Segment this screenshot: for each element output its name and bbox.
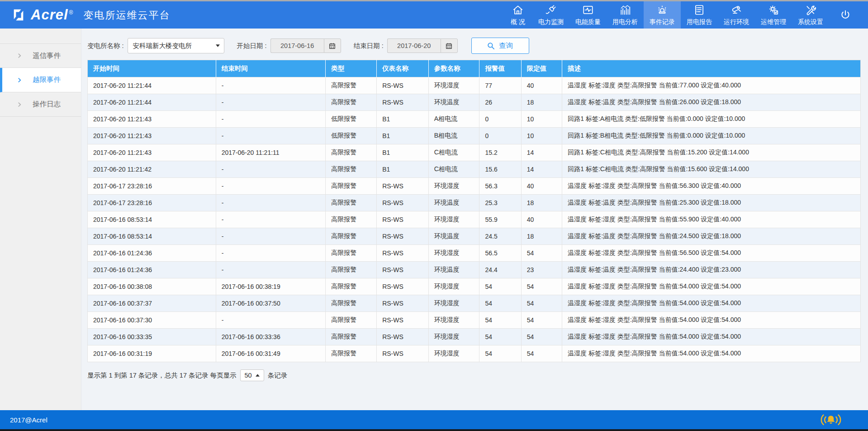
nav-item-usage-analysis[interactable]: 用电分析 bbox=[607, 1, 644, 29]
app-header: Acrel® 变电所运维云平台 概 况电力监测电能质量用电分析事件记录用电报告运… bbox=[0, 1, 868, 29]
cell-limit-value: 18 bbox=[521, 195, 562, 211]
cell-end-time: 2017-06-16 00:31:49 bbox=[216, 345, 326, 362]
cell-end-time: 2017-06-20 11:21:11 bbox=[216, 144, 326, 161]
cell-alarm-value: 0 bbox=[479, 111, 521, 128]
cell-type: 高限报警 bbox=[326, 278, 377, 295]
footer-bar: 2017@Acrel bbox=[0, 410, 868, 429]
end-date-calendar-button[interactable] bbox=[441, 38, 458, 53]
bar-chart-icon bbox=[619, 4, 631, 16]
cell-param-name: 环境温度 bbox=[428, 195, 479, 211]
power-icon bbox=[840, 9, 851, 21]
cell-alarm-value: 25.3 bbox=[479, 195, 521, 211]
cell-meter-name: RS-WS bbox=[377, 295, 429, 312]
cell-alarm-value: 56.3 bbox=[479, 178, 521, 195]
nav-item-label: 系统设置 bbox=[798, 18, 823, 26]
cell-start-time: 2017-06-16 01:24:36 bbox=[88, 262, 216, 278]
cell-type: 高限报警 bbox=[326, 245, 377, 262]
cell-start-time: 2017-06-16 00:31:19 bbox=[88, 345, 216, 362]
page-size-select[interactable]: 50 bbox=[240, 369, 264, 381]
sidebar-item-label: 操作日志 bbox=[33, 100, 61, 109]
nav-item-label: 事件记录 bbox=[650, 18, 675, 26]
sidebar-item-label: 越限事件 bbox=[33, 75, 61, 85]
logout-power-button[interactable] bbox=[829, 1, 862, 29]
cell-param-name: 环境湿度 bbox=[428, 77, 479, 94]
cell-param-name: C相电流 bbox=[428, 161, 479, 178]
cell-limit-value: 54 bbox=[521, 278, 562, 295]
cell-meter-name: RS-WS bbox=[377, 228, 429, 245]
cell-meter-name: RS-WS bbox=[377, 211, 429, 228]
nav-item-power-monitor[interactable]: 电力监测 bbox=[532, 1, 569, 29]
cell-limit-value: 18 bbox=[521, 94, 562, 111]
cell-meter-name: B1 bbox=[377, 128, 429, 144]
cell-limit-value: 40 bbox=[521, 211, 562, 228]
cell-param-name: 环境温度 bbox=[428, 228, 479, 245]
nav-item-om-management[interactable]: 运维管理 bbox=[755, 1, 792, 29]
cell-limit-value: 10 bbox=[521, 111, 562, 128]
cell-end-time: - bbox=[216, 94, 326, 111]
cell-end-time: - bbox=[216, 211, 326, 228]
cell-param-name: 环境湿度 bbox=[428, 178, 479, 195]
cell-type: 高限报警 bbox=[326, 178, 377, 195]
cell-description: 温湿度 标签:湿度 类型:高限报警 当前值:54.000 设定值:54.000 bbox=[562, 345, 861, 362]
alarm-bell-icon[interactable] bbox=[820, 413, 842, 427]
column-header-meter-name: 仪表名称 bbox=[377, 60, 429, 77]
table-row: 2017-06-17 23:28:16-高限报警RS-WS环境湿度56.340温… bbox=[88, 178, 861, 195]
column-header-limit-value: 限定值 bbox=[521, 60, 562, 77]
nav-item-event-records[interactable]: 事件记录 bbox=[644, 1, 681, 29]
cell-param-name: 环境湿度 bbox=[428, 278, 479, 295]
cell-type: 高限报警 bbox=[326, 262, 377, 278]
cell-limit-value: 54 bbox=[521, 295, 562, 312]
cell-description: 温湿度 标签:湿度 类型:高限报警 当前值:56.300 设定值:40.000 bbox=[562, 178, 861, 195]
cell-type: 高限报警 bbox=[326, 211, 377, 228]
start-date-input[interactable] bbox=[270, 38, 324, 53]
table-row: 2017-06-16 00:38:082017-06-16 00:38:19高限… bbox=[88, 278, 861, 295]
cell-meter-name: RS-WS bbox=[377, 329, 429, 345]
station-select[interactable]: 安科瑞新大楼变电所 bbox=[128, 38, 224, 53]
start-date-label: 开始日期 : bbox=[237, 42, 267, 50]
cell-end-time: - bbox=[216, 178, 326, 195]
cell-end-time: - bbox=[216, 245, 326, 262]
end-date-input[interactable] bbox=[387, 38, 441, 53]
table-row: 2017-06-17 23:28:16-高限报警RS-WS环境温度25.318温… bbox=[88, 195, 861, 211]
nav-item-system-settings[interactable]: 系统设置 bbox=[792, 1, 829, 29]
cell-param-name: 环境湿度 bbox=[428, 329, 479, 345]
cell-end-time: - bbox=[216, 312, 326, 329]
table-row: 2017-06-16 08:53:14-高限报警RS-WS环境温度24.518温… bbox=[88, 228, 861, 245]
nav-item-runtime-env[interactable]: 运行环境 bbox=[718, 1, 755, 29]
cell-meter-name: RS-WS bbox=[377, 195, 429, 211]
cell-start-time: 2017-06-16 08:53:14 bbox=[88, 211, 216, 228]
cell-meter-name: RS-WS bbox=[377, 312, 429, 329]
nav-item-overview[interactable]: 概 况 bbox=[503, 1, 532, 29]
cell-meter-name: RS-WS bbox=[377, 94, 429, 111]
cell-meter-name: RS-WS bbox=[377, 245, 429, 262]
table-row: 2017-06-16 01:24:36-高限报警RS-WS环境温度24.423温… bbox=[88, 262, 861, 278]
page-size-value: 50 bbox=[245, 372, 252, 379]
camera-icon bbox=[730, 4, 742, 16]
nav-item-label: 运行环境 bbox=[724, 18, 749, 26]
nav-item-power-quality[interactable]: 电能质量 bbox=[569, 1, 607, 29]
table-row: 2017-06-16 00:37:372017-06-16 00:37:50高限… bbox=[88, 295, 861, 312]
cell-end-time: - bbox=[216, 161, 326, 178]
sidebar-item-operation-logs[interactable]: 操作日志 bbox=[0, 92, 81, 117]
start-date-calendar-button[interactable] bbox=[324, 38, 341, 53]
query-button[interactable]: 查询 bbox=[471, 38, 529, 54]
cell-end-time: 2017-06-16 00:37:50 bbox=[216, 295, 326, 312]
cell-meter-name: RS-WS bbox=[377, 262, 429, 278]
cell-description: 温湿度 标签:温度 类型:高限报警 当前值:26.000 设定值:18.000 bbox=[562, 94, 861, 111]
sidebar-item-limit-exceed-events[interactable]: 越限事件 bbox=[0, 68, 81, 92]
cell-limit-value: 40 bbox=[521, 178, 562, 195]
cell-end-time: 2017-06-16 00:33:36 bbox=[216, 329, 326, 345]
sidebar-item-remote-signal-events[interactable]: 遥信事件 bbox=[0, 43, 81, 68]
taskbar-edge bbox=[0, 429, 868, 431]
events-table: 开始时间结束时间类型仪表名称参数名称报警值限定值描述 2017-06-20 11… bbox=[87, 60, 861, 362]
cell-alarm-value: 24.5 bbox=[479, 228, 521, 245]
cell-end-time: - bbox=[216, 77, 326, 94]
pagination-summary: 显示第 1 到第 17 条记录，总共 17 条记录 每页显示 bbox=[87, 371, 237, 380]
cell-limit-value: 14 bbox=[521, 144, 562, 161]
nav-item-usage-report[interactable]: 用电报告 bbox=[681, 1, 718, 29]
start-date-group bbox=[270, 38, 341, 53]
cell-alarm-value: 55.9 bbox=[479, 211, 521, 228]
cell-meter-name: RS-WS bbox=[377, 278, 429, 295]
alarm-icon bbox=[656, 4, 668, 16]
cell-limit-value: 23 bbox=[521, 262, 562, 278]
